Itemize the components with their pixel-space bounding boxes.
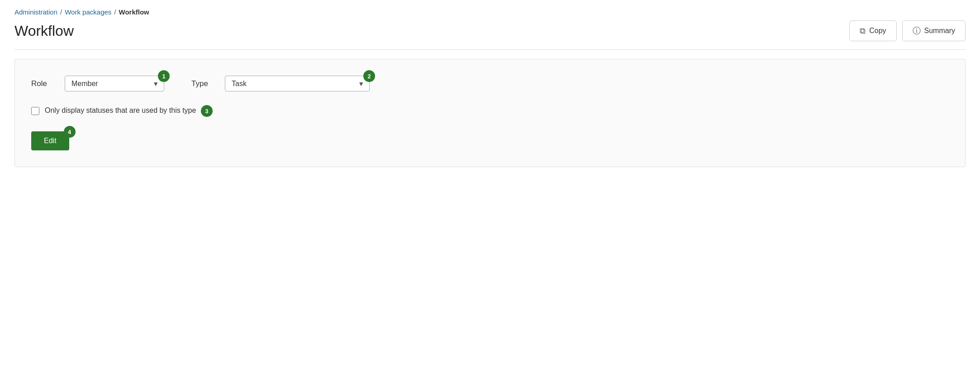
page-header: Workflow ⧉ Copy ⓘ Summary [14,20,966,41]
breadcrumb-sep2: / [114,8,116,16]
type-filter-group: Type Task Bug Feature Support Phase Mile… [191,76,370,91]
edit-button[interactable]: Edit [31,131,69,150]
breadcrumb: Administration / Work packages / Workflo… [14,8,966,16]
edit-badge: 4 [64,126,76,138]
type-select-wrapper: Task Bug Feature Support Phase Milestone… [225,76,370,91]
content-card: Role Member Developer Reporter Manager N… [14,59,966,167]
type-badge: 2 [363,70,375,82]
type-select[interactable]: Task Bug Feature Support Phase Milestone [225,76,370,91]
breadcrumb-sep1: / [60,8,62,16]
type-label: Type [191,79,214,88]
checkbox-badge: 3 [201,105,213,117]
filter-checkbox[interactable] [31,107,39,115]
checkbox-row: Only display statuses that are used by t… [31,105,949,117]
role-badge: 1 [158,70,170,82]
copy-button[interactable]: ⧉ Copy [849,20,896,41]
filter-row: Role Member Developer Reporter Manager N… [31,76,949,91]
role-filter-group: Role Member Developer Reporter Manager N… [31,76,164,91]
role-label: Role [31,79,54,88]
copy-label: Copy [869,27,886,35]
summary-label: Summary [924,27,955,35]
header-actions: ⧉ Copy ⓘ Summary [849,20,966,41]
page-container: Administration / Work packages / Workflo… [0,0,980,182]
breadcrumb-work-packages-link[interactable]: Work packages [65,8,111,16]
page-title: Workflow [14,23,74,39]
checkbox-label[interactable]: Only display statuses that are used by t… [45,105,213,117]
breadcrumb-current: Workflow [119,8,149,16]
header-divider [14,49,966,50]
role-select[interactable]: Member Developer Reporter Manager Non me… [65,76,164,91]
copy-icon: ⧉ [860,26,866,36]
summary-button[interactable]: ⓘ Summary [902,20,966,41]
breadcrumb-admin-link[interactable]: Administration [14,8,57,16]
info-icon: ⓘ [913,25,921,36]
edit-button-wrapper: Edit 4 [31,131,69,150]
role-select-wrapper: Member Developer Reporter Manager Non me… [65,76,164,91]
